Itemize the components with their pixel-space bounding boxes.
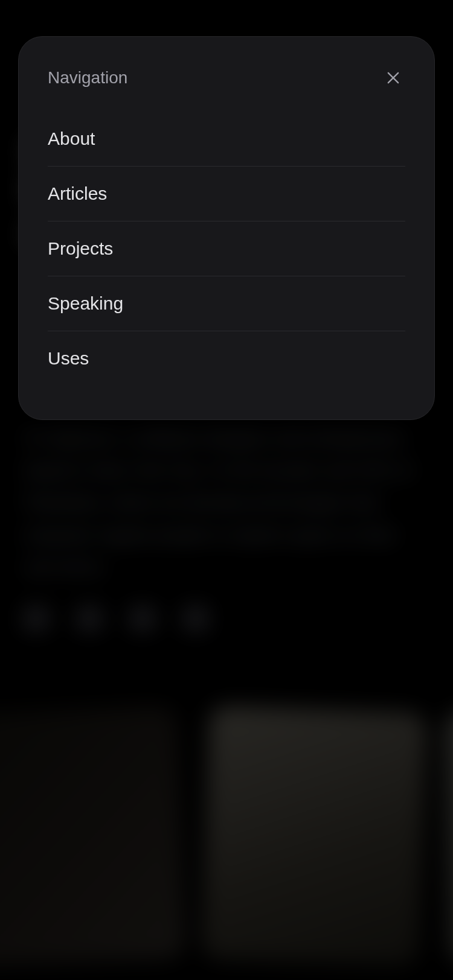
nav-item-speaking: Speaking <box>48 276 405 331</box>
nav-item-about: About <box>48 124 405 166</box>
nav-item-uses: Uses <box>48 331 405 386</box>
modal-header: Navigation <box>48 66 405 90</box>
nav-item-projects: Projects <box>48 221 405 276</box>
nav-link-projects[interactable]: Projects <box>48 221 405 276</box>
modal-title: Navigation <box>48 68 127 88</box>
nav-link-about[interactable]: About <box>48 124 405 166</box>
close-button[interactable] <box>381 66 405 90</box>
nav-link-speaking[interactable]: Speaking <box>48 276 405 331</box>
close-icon <box>385 69 402 86</box>
navigation-modal: Navigation About Articles Projects Speak… <box>18 36 435 420</box>
nav-list: About Articles Projects Speaking Uses <box>48 124 405 386</box>
nav-link-uses[interactable]: Uses <box>48 331 405 386</box>
nav-link-articles[interactable]: Articles <box>48 167 405 221</box>
nav-item-articles: Articles <box>48 166 405 221</box>
